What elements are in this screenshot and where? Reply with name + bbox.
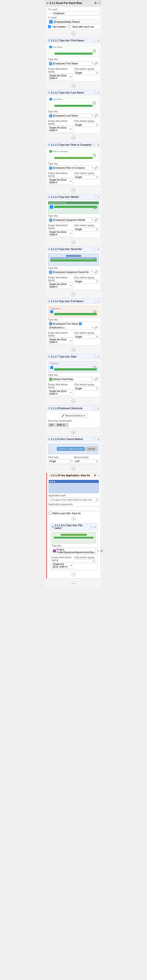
type-this-field-6[interactable]: E {Employee} First Name E {Employee} Li.… bbox=[48, 321, 99, 330]
record-shortcut-dropdown[interactable]: ▼ bbox=[83, 415, 86, 417]
type-this-field-5[interactable]: E {Employee} Equipment Serial No. ✎ 🔗 bbox=[48, 270, 99, 275]
expand-icon[interactable]: ↗ bbox=[98, 2, 100, 5]
step-menu-2-1-1-2[interactable]: ⋮ bbox=[93, 91, 96, 94]
nested-step-menu[interactable]: ⋮ bbox=[89, 525, 93, 528]
step-menu-2-1-1-9[interactable]: ⋮ bbox=[93, 438, 96, 441]
mouse-button-select-9[interactable]: Left ▼ bbox=[74, 459, 99, 463]
edit-icon-7[interactable]: ✎ bbox=[91, 378, 94, 381]
empty-field-select-5[interactable]: Single line [End, Shift+H ▼ bbox=[48, 282, 73, 289]
step-chevron-2-1-1-6[interactable]: ∧ bbox=[97, 300, 99, 303]
gear-icon[interactable]: ⚙ bbox=[94, 2, 97, 5]
step-chevron-2-1-1-5[interactable]: ∧ bbox=[97, 248, 99, 250]
link-icon-4[interactable]: 🔗 bbox=[94, 218, 98, 222]
link-icon-5[interactable]: 🔗 bbox=[94, 270, 98, 274]
match-exact-checkbox[interactable] bbox=[48, 512, 52, 515]
nested-type-this-field[interactable]: P Project Folder\EquipmentAgreements\Equ… bbox=[52, 547, 96, 554]
edit-icon-6[interactable]: ✎ bbox=[91, 326, 94, 329]
add-step-button-3[interactable]: + bbox=[71, 136, 76, 140]
click-before-select-7[interactable]: Single ▼ bbox=[74, 387, 99, 391]
step-chevron-2-1-1-2[interactable]: ∧ bbox=[97, 91, 99, 94]
step-chevron-2-1-1-7[interactable]: ∧ bbox=[97, 355, 99, 358]
empty-field-select-2[interactable]: Single line [End, Shift+H ▼ bbox=[48, 126, 73, 132]
edit-icon-1[interactable]: ✎ bbox=[91, 62, 94, 65]
step-expand-2-1-1-5[interactable]: ☰ bbox=[48, 248, 50, 250]
click-before-select-1[interactable]: Single ▼ bbox=[74, 71, 99, 75]
empty-field-select-1[interactable]: Single line [End, Shift+H ▼ bbox=[48, 73, 73, 80]
add-step-button-bottom[interactable]: + bbox=[71, 581, 76, 586]
click-before-select-6[interactable]: Single ▼ bbox=[74, 335, 99, 339]
type-this-field-1[interactable]: E {Employee} First Name ✎ 🔗 bbox=[48, 61, 99, 66]
link-icon-2[interactable]: 🔗 bbox=[94, 114, 98, 117]
edit-icon-5[interactable]: ✎ bbox=[91, 270, 94, 274]
step-chevron-2-1-1-1[interactable]: ∧ bbox=[97, 39, 99, 42]
add-step-button-1[interactable]: + bbox=[71, 31, 76, 36]
app-args-input[interactable] bbox=[48, 506, 99, 511]
add-step-button-4[interactable]: + bbox=[71, 188, 76, 192]
add-step-button-5[interactable]: + bbox=[71, 240, 76, 244]
use-app-chevron[interactable]: ∧ bbox=[97, 474, 99, 477]
click-before-select-4[interactable]: Single ▼ bbox=[74, 227, 99, 231]
add-step-button-8[interactable]: + bbox=[71, 399, 76, 404]
step-chevron-2-1-1-3[interactable]: ∧ bbox=[97, 143, 99, 146]
link-icon-3[interactable]: 🔗 bbox=[94, 166, 98, 169]
app-path-edit-icon[interactable]: ⊕ bbox=[96, 498, 98, 501]
key-chip-close[interactable]: ✕ bbox=[65, 424, 67, 426]
type-this-field-7[interactable]: N {Notes} DateToday ✎ 🔗 bbox=[48, 377, 99, 382]
step-expand-2-1-1-9[interactable]: ☰ bbox=[48, 438, 50, 441]
step-expand-icon[interactable]: ▸ bbox=[47, 1, 48, 5]
step-expand-2-1-1-8[interactable]: ☰ bbox=[48, 407, 50, 410]
link-icon-6[interactable]: 🔗 bbox=[94, 326, 98, 329]
add-nested-step-button-2[interactable]: + bbox=[72, 572, 76, 576]
edit-icon-4[interactable]: ✎ bbox=[91, 218, 94, 222]
add-step-button-6[interactable]: + bbox=[71, 292, 76, 296]
has-headers-checkbox[interactable] bbox=[48, 25, 51, 28]
click-before-select-2[interactable]: Single ▼ bbox=[74, 123, 99, 127]
record-shortcut-button[interactable]: 🎤 Record shortcut ▼ bbox=[59, 414, 88, 418]
step-menu-2-1-1-5[interactable]: ⋮ bbox=[93, 247, 96, 251]
step-menu-2-1-1-1[interactable]: ⋮ bbox=[93, 39, 96, 42]
step-menu-2-1-1-6[interactable]: ⋮ bbox=[93, 299, 96, 303]
add-step-button-9[interactable]: + bbox=[71, 430, 76, 434]
step-expand-2-1-1-4[interactable]: ☰ bbox=[48, 196, 50, 198]
step-expand-2-1-1-2[interactable]: ☰ bbox=[48, 91, 50, 94]
step-chevron-2-1-1-4[interactable]: ∧ bbox=[97, 196, 99, 198]
empty-field-select-4[interactable]: Single line [End, Shift+H ▼ bbox=[48, 230, 73, 237]
click-before-select-5[interactable]: Single ▼ bbox=[74, 279, 99, 283]
edit-icon-2[interactable]: ✎ bbox=[91, 114, 94, 117]
step-expand-2-1-1-3[interactable]: ☰ bbox=[48, 143, 50, 146]
step-menu-2-1-1-3[interactable]: ⋮ bbox=[93, 143, 96, 146]
click-type-select-9[interactable]: Single ▼ bbox=[48, 459, 73, 463]
step-chevron-2-1-1-8[interactable]: ∧ bbox=[97, 407, 99, 410]
step-menu-2-1-1-7[interactable]: ⋮ bbox=[93, 355, 96, 358]
add-step-button-7[interactable]: + bbox=[71, 347, 76, 352]
add-step-button-2[interactable]: + bbox=[71, 83, 76, 88]
click-before-select-3[interactable]: Single ▼ bbox=[74, 175, 99, 179]
step-expand-2-1-1-6[interactable]: ☰ bbox=[48, 300, 50, 303]
type-this-field-2[interactable]: E {Employee} Last Name ✎ 🔗 bbox=[48, 113, 99, 118]
type-this-field-4[interactable]: E {Employee} Equipment Model ✎ 🔗 bbox=[48, 218, 99, 222]
step-menu-2-1-1-8[interactable]: ⋮ bbox=[93, 407, 96, 410]
add-step-button-10[interactable]: + bbox=[71, 466, 76, 471]
step-menu-2-1-1-4[interactable]: ⋮ bbox=[93, 195, 96, 199]
edit-icon-3[interactable]: ✎ bbox=[91, 166, 94, 169]
add-nested-step-button[interactable]: + bbox=[72, 517, 76, 521]
nested-link-icon[interactable]: 🔗 bbox=[100, 549, 103, 553]
type-this-field-3[interactable]: E {Employee} Role in Company ✎ 🔗 bbox=[48, 165, 99, 170]
step-expand-2-1-1-7[interactable]: ☰ bbox=[48, 355, 50, 358]
nested-empty-field-select[interactable]: Single line [End, Shift+H ▼ bbox=[52, 562, 73, 569]
empty-field-select-6[interactable]: Single line [End, Shift+H ▼ bbox=[48, 337, 73, 344]
link-icon-7[interactable]: 🔗 bbox=[94, 378, 98, 381]
nested-edit-icon[interactable]: ✎ bbox=[97, 549, 99, 553]
app-path-input[interactable]: C:\Program Files (x86)\Adobe\Acrobat Rea… bbox=[48, 497, 99, 502]
empty-field-select-7[interactable]: Single line [End, Shift+H ▼ bbox=[48, 389, 73, 396]
nested-step-chevron[interactable]: ∧ bbox=[94, 525, 96, 528]
for-each-item-input[interactable] bbox=[53, 11, 99, 16]
empty-field-select-3[interactable]: Single line [End, Shift+H ▼ bbox=[48, 178, 73, 185]
use-app-gear-icon[interactable]: ⚙ bbox=[94, 474, 96, 477]
step-expand-2-1-1-1[interactable]: ☰ bbox=[48, 39, 50, 42]
link-icon-1[interactable]: 🔗 bbox=[94, 62, 98, 65]
nested-step-expand[interactable]: ☰ bbox=[52, 525, 54, 528]
save-after-checkbox[interactable] bbox=[68, 25, 71, 28]
step-chevron-2-1-1-9[interactable]: ∧ bbox=[97, 438, 99, 441]
nested-click-before-select[interactable]: ▼ bbox=[74, 559, 96, 563]
